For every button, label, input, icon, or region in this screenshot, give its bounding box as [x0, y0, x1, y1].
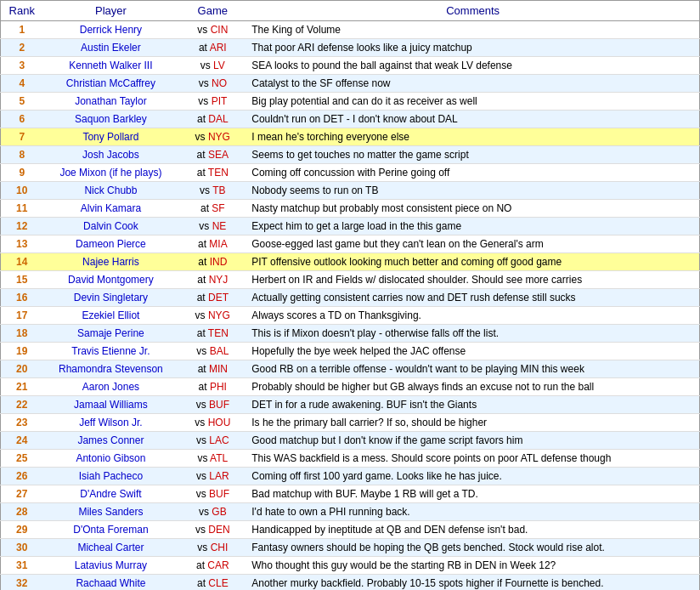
table-row: 8Josh Jacobsat SEASeems to get touches n… [1, 146, 700, 164]
game-team: DEN [208, 524, 229, 536]
player-cell: Dameon Pierce [42, 235, 178, 253]
game-cell: at ARI [178, 39, 246, 57]
table-row: 21Aaron Jonesat PHIProbably should be hi… [1, 378, 700, 396]
table-row: 12Dalvin Cookvs NEExpect him to get a la… [1, 218, 700, 235]
table-row: 13Dameon Pierceat MIAGoose-egged last ga… [1, 235, 700, 253]
rank-cell: 7 [1, 128, 43, 146]
table-row: 20Rhamondra Stevensonat MINGood RB on a … [1, 360, 700, 378]
player-cell: Saquon Barkley [42, 111, 178, 128]
comments-cell: Probably should be higher but GB always … [246, 378, 699, 396]
header-comments: Comments [246, 1, 699, 21]
rank-cell: 11 [1, 200, 43, 218]
table-row: 6Saquon Barkleyat DALCouldn't run on DET… [1, 111, 700, 128]
game-team: MIN [209, 363, 228, 375]
rank-cell: 31 [1, 557, 43, 575]
player-cell: Josh Jacobs [42, 146, 178, 164]
rank-cell: 30 [1, 539, 43, 557]
table-row: 4Christian McCaffreyvs NOCatalyst to the… [1, 75, 700, 93]
table-row: 5Jonathan Taylorvs PITBig play potential… [1, 93, 700, 111]
game-team: NE [212, 220, 227, 232]
player-cell: James Conner [42, 432, 178, 450]
game-cell: vs NYG [178, 307, 246, 325]
table-row: 29D'Onta Foremanvs DENHandicapped by ine… [1, 521, 700, 539]
player-cell: Samaje Perine [42, 325, 178, 343]
comments-cell: PIT offensive outlook looking much bette… [246, 253, 699, 271]
game-prefix: vs [195, 309, 208, 321]
player-cell: Isiah Pacheco [42, 468, 178, 485]
player-cell: Austin Ekeler [42, 39, 178, 57]
comments-cell: Actually getting consistent carries now … [246, 289, 699, 307]
game-team: LAR [209, 470, 229, 482]
game-team: BUF [209, 488, 229, 500]
table-row: 17Ezekiel Elliotvs NYGAlways scores a TD… [1, 307, 700, 325]
comments-cell: Big play potential and can do it as rece… [246, 93, 699, 111]
game-team: CHI [211, 542, 229, 553]
game-team: NO [212, 77, 227, 89]
comments-cell: This WAS backfield is a mess. Should sco… [246, 450, 699, 468]
comments-cell: Catalyst to the SF offense now [246, 75, 699, 93]
rank-cell: 4 [1, 75, 43, 93]
comments-cell: Who thought this guy would be the starti… [246, 557, 699, 575]
game-cell: vs BAL [178, 343, 246, 360]
rank-cell: 25 [1, 450, 43, 468]
game-prefix: vs [196, 434, 209, 446]
comments-cell: SEA looks to pound the ball against that… [246, 57, 699, 75]
game-prefix: at [197, 577, 208, 589]
game-cell: vs NO [178, 75, 246, 93]
comments-cell: Expect him to get a large load in the th… [246, 218, 699, 235]
game-cell: at MIN [178, 360, 246, 378]
game-prefix: vs [195, 131, 208, 143]
game-prefix: vs [195, 417, 207, 428]
comments-cell: Good matchup but I don't know if the gam… [246, 432, 699, 450]
game-prefix: vs [200, 184, 212, 196]
rank-cell: 10 [1, 182, 43, 200]
game-cell: vs GB [178, 503, 246, 521]
game-prefix: vs [197, 24, 210, 36]
rank-cell: 32 [1, 575, 43, 591]
game-cell: vs LAC [178, 432, 246, 450]
game-prefix: at [196, 559, 207, 571]
rank-cell: 17 [1, 307, 43, 325]
table-row: 15David Montgomeryat NYJHerbert on IR an… [1, 271, 700, 289]
game-cell: at CAR [178, 557, 246, 575]
game-prefix: at [199, 381, 210, 393]
game-team: NYJ [209, 274, 229, 286]
comments-cell: Handicapped by ineptitude at QB and DEN … [246, 521, 699, 539]
game-team: SF [212, 202, 224, 214]
game-prefix: at [197, 149, 208, 161]
player-cell: Jamaal Williams [42, 396, 178, 414]
table-row: 1Derrick Henryvs CINThe King of Volume [1, 21, 700, 39]
game-team: SEA [208, 149, 229, 161]
comments-cell: Coming off concussion with Perine going … [246, 164, 699, 182]
comments-cell: I'd hate to own a PHI running back. [246, 503, 699, 521]
comments-cell: Is he the primary ball carrier? If so, s… [246, 414, 699, 432]
game-cell: at CLE [178, 575, 246, 591]
game-prefix: at [197, 292, 208, 304]
comments-cell: Herbert on IR and Fields w/ dislocated s… [246, 271, 699, 289]
game-prefix: vs [196, 399, 209, 411]
game-team: PIT [212, 95, 228, 107]
game-team: BAL [210, 345, 229, 357]
game-prefix: at [197, 327, 208, 339]
player-cell: Rhamondra Stevenson [42, 360, 178, 378]
table-row: 22Jamaal Williamsvs BUFDET in for a rude… [1, 396, 700, 414]
game-team: CLE [208, 577, 228, 589]
game-cell: at IND [178, 253, 246, 271]
player-cell: Dalvin Cook [42, 218, 178, 235]
rank-cell: 29 [1, 521, 43, 539]
game-team: TB [212, 184, 225, 196]
table-row: 2Austin Ekelerat ARIThat poor ARI defens… [1, 39, 700, 57]
game-team: DAL [208, 113, 228, 125]
player-cell: Travis Etienne Jr. [42, 343, 178, 360]
player-cell: David Montgomery [42, 271, 178, 289]
game-team: CAR [207, 559, 229, 571]
player-cell: Jonathan Taylor [42, 93, 178, 111]
game-team: PHI [210, 381, 227, 393]
table-row: 32Rachaad Whiteat CLEAnother murky backf… [1, 575, 700, 591]
rank-cell: 28 [1, 503, 43, 521]
game-cell: at DET [178, 289, 246, 307]
table-row: 28Miles Sandersvs GBI'd hate to own a PH… [1, 503, 700, 521]
game-cell: vs CIN [178, 21, 246, 39]
rank-cell: 26 [1, 468, 43, 485]
table-row: 31Latavius Murrayat CARWho thought this … [1, 557, 700, 575]
